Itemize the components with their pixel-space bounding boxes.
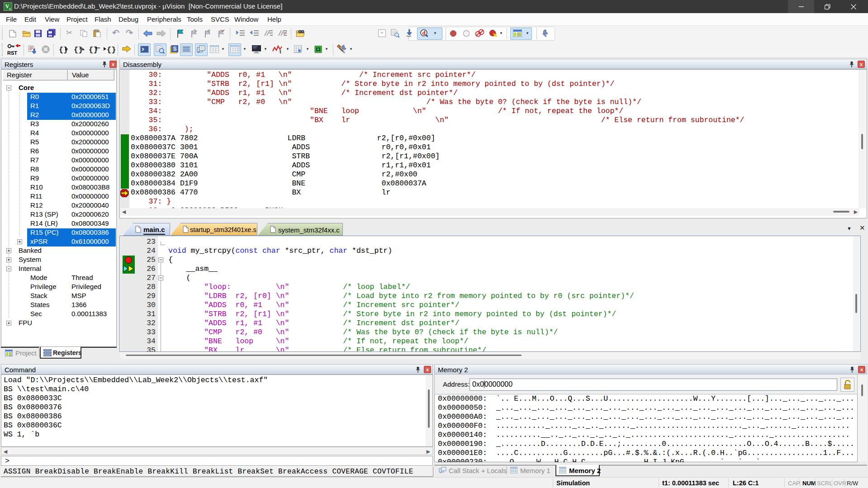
svg-text:t: t (280, 49, 281, 54)
svg-text:{}: {} (59, 46, 68, 54)
svg-text:V: V (5, 3, 9, 9)
svg-text:{}: {} (107, 46, 115, 54)
svg-text:{}: {} (74, 46, 83, 54)
svg-text:S: S (173, 46, 176, 52)
svg-text:s: s (9, 7, 10, 11)
svg-text:RST: RST (7, 50, 17, 56)
svg-text:d: d (422, 29, 426, 36)
